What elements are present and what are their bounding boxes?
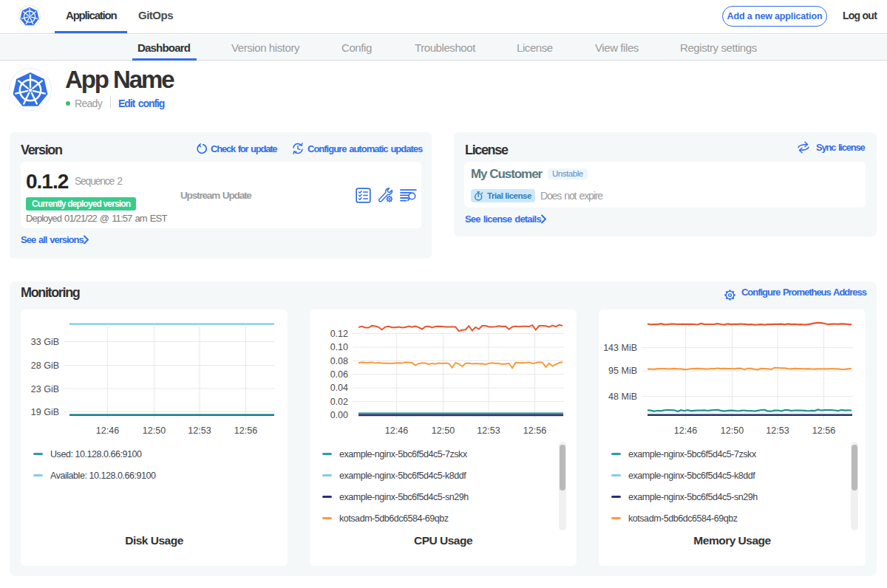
svg-text:48 MiB: 48 MiB (608, 392, 637, 402)
svg-text:12:46: 12:46 (96, 425, 119, 436)
svg-text:19 GiB: 19 GiB (31, 407, 59, 417)
svg-text:12:50: 12:50 (721, 425, 744, 436)
svg-text:12:50: 12:50 (432, 425, 455, 436)
svg-text:12:53: 12:53 (766, 425, 789, 436)
svg-text:12:56: 12:56 (523, 425, 546, 436)
svg-text:0.12: 0.12 (330, 329, 348, 339)
svg-text:12:56: 12:56 (234, 425, 257, 436)
svg-text:23 GiB: 23 GiB (31, 384, 59, 394)
svg-text:0.10: 0.10 (330, 342, 348, 352)
svg-text:12:46: 12:46 (385, 425, 408, 436)
svg-text:28 GiB: 28 GiB (31, 360, 59, 371)
svg-text:0.06: 0.06 (330, 369, 348, 380)
svg-text:95 MiB: 95 MiB (608, 366, 637, 376)
svg-text:0.08: 0.08 (330, 356, 348, 366)
svg-text:12:53: 12:53 (188, 425, 211, 436)
svg-text:12:53: 12:53 (477, 425, 500, 436)
svg-text:0.04: 0.04 (330, 383, 348, 393)
svg-text:33 GiB: 33 GiB (31, 337, 59, 347)
svg-text:0.02: 0.02 (330, 397, 348, 407)
svg-text:12:56: 12:56 (812, 425, 835, 436)
svg-text:143 MiB: 143 MiB (603, 343, 637, 353)
svg-text:12:46: 12:46 (674, 425, 697, 436)
svg-text:0.00: 0.00 (330, 410, 348, 420)
svg-text:12:50: 12:50 (143, 425, 166, 436)
